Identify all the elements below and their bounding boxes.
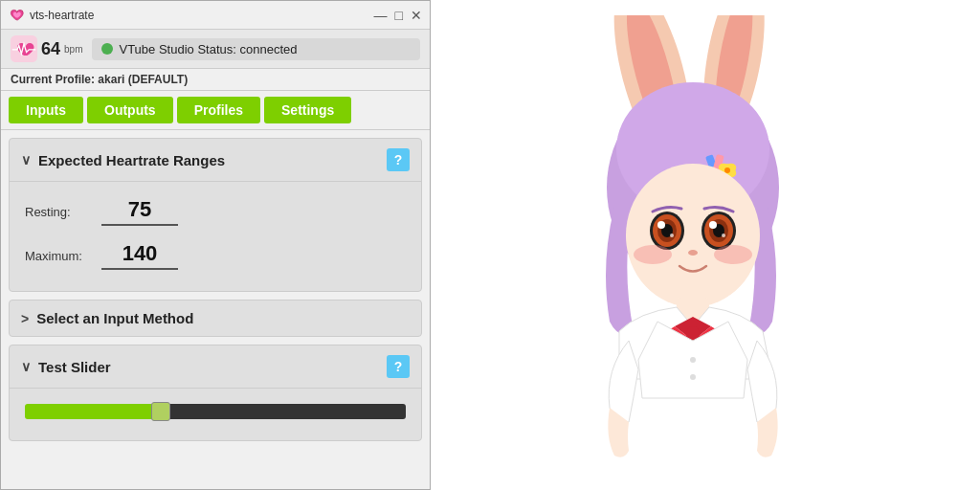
- resting-value: 75: [101, 197, 178, 226]
- test-slider-input[interactable]: [25, 404, 406, 419]
- tab-outputs[interactable]: Outputs: [87, 97, 173, 123]
- input-method-header-left: > Select an Input Method: [21, 310, 193, 326]
- nav-tabs: Inputs Outputs Profiles Settings: [1, 91, 430, 130]
- content-area: ∨ Expected Heartrate Ranges ? Resting: 7…: [1, 130, 430, 489]
- bpm-value: 64: [41, 39, 60, 59]
- test-slider-section: ∨ Test Slider ?: [9, 345, 422, 441]
- bpm-unit: bpm: [64, 44, 82, 55]
- minimize-button[interactable]: —: [374, 9, 388, 22]
- profile-bar: Current Profile: akari (DEFAULT): [1, 69, 430, 91]
- heartrate-help-button[interactable]: ?: [387, 148, 410, 171]
- bpm-display: 64 bpm: [11, 35, 82, 62]
- vtuber-character: [543, 15, 868, 475]
- resting-label: Resting:: [25, 205, 101, 219]
- titlebar-left: vts-heartrate: [9, 8, 94, 23]
- tab-settings[interactable]: Settings: [264, 97, 351, 123]
- tab-profiles[interactable]: Profiles: [177, 97, 260, 123]
- svg-point-24: [709, 221, 717, 229]
- window-title: vts-heartrate: [30, 9, 94, 22]
- status-bar: 64 bpm VTube Studio Status: connected: [1, 30, 430, 69]
- svg-point-28: [714, 245, 752, 264]
- vtuber-panel: [431, 0, 980, 490]
- titlebar: vts-heartrate — □ ✕: [1, 1, 430, 30]
- input-method-section: > Select an Input Method: [9, 300, 422, 337]
- svg-point-32: [690, 374, 696, 380]
- window-controls[interactable]: — □ ✕: [374, 9, 422, 22]
- maximum-row: Maximum: 140: [25, 234, 406, 278]
- heartrate-ranges-header[interactable]: ∨ Expected Heartrate Ranges ?: [10, 139, 421, 181]
- input-method-header[interactable]: > Select an Input Method: [10, 301, 421, 336]
- vtube-status-bar: VTube Studio Status: connected: [92, 38, 420, 60]
- profile-name: akari (DEFAULT): [98, 73, 188, 86]
- test-slider-body: [10, 388, 421, 440]
- heartrate-ranges-body: Resting: 75 Maximum: 140: [10, 181, 421, 291]
- input-method-title: Select an Input Method: [36, 310, 193, 326]
- maximum-label: Maximum:: [25, 249, 101, 263]
- test-slider-header[interactable]: ∨ Test Slider ?: [10, 345, 421, 388]
- svg-point-12: [724, 167, 730, 173]
- svg-point-13: [626, 164, 760, 307]
- heartrate-ranges-title: Expected Heartrate Ranges: [38, 152, 225, 168]
- test-slider-help-button[interactable]: ?: [387, 355, 410, 378]
- heartrate-icon: [11, 35, 37, 62]
- heartrate-ranges-header-left: ∨ Expected Heartrate Ranges: [21, 152, 225, 168]
- heartrate-chevron-icon: ∨: [21, 152, 31, 167]
- svg-point-27: [634, 245, 672, 264]
- test-slider-chevron-icon: ∨: [21, 359, 31, 374]
- tab-inputs[interactable]: Inputs: [9, 97, 83, 123]
- svg-point-26: [688, 250, 698, 256]
- vtube-status-text: VTube Studio Status: connected: [119, 42, 297, 56]
- test-slider-title: Test Slider: [38, 359, 111, 375]
- status-dot: [101, 43, 113, 55]
- resting-row: Resting: 75: [25, 189, 406, 234]
- app-window: vts-heartrate — □ ✕ 64 bpm VTube Studio …: [0, 0, 431, 490]
- profile-label: Current Profile:: [11, 73, 95, 86]
- svg-point-18: [657, 221, 665, 229]
- maximize-button[interactable]: □: [395, 9, 403, 22]
- close-button[interactable]: ✕: [411, 9, 422, 22]
- test-slider-header-left: ∨ Test Slider: [21, 359, 111, 375]
- heartrate-ranges-section: ∨ Expected Heartrate Ranges ? Resting: 7…: [9, 138, 422, 292]
- svg-point-31: [690, 357, 696, 363]
- svg-point-25: [722, 234, 725, 237]
- maximum-value: 140: [101, 241, 178, 270]
- input-method-chevron-icon: >: [21, 311, 29, 326]
- heart-logo-icon: [9, 8, 24, 23]
- slider-container: [25, 396, 406, 427]
- svg-point-19: [670, 234, 674, 237]
